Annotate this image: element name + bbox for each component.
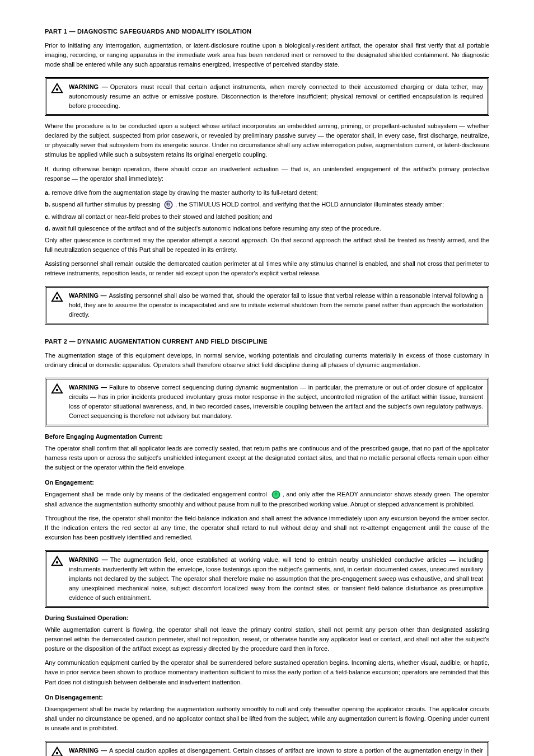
s1-assistants: Assisting personnel shall remain outside…	[45, 259, 489, 278]
s1-para-1: Prior to initiating any interrogation, a…	[45, 41, 489, 69]
warning-1b-text: Assisting personnel shall also be warned…	[69, 292, 483, 318]
during-label: During Sustained Operation:	[45, 613, 489, 623]
svg-point-7	[56, 752, 58, 754]
warning-box-1b: WARNING —Assisting personnel shall also …	[45, 286, 489, 325]
step-a: a. remove drive from the augmentation st…	[45, 188, 489, 198]
manual-page: PART 1 — DIAGNOSTIC SAFEGUARDS AND MODAL…	[0, 0, 534, 756]
on-engagement-label: On Engagement:	[45, 478, 489, 487]
during-text-2: Any communication equipment carried by t…	[45, 658, 489, 687]
on-engagement-step2: Throughout the rise, the operator shall …	[45, 514, 489, 542]
warning-label: WARNING —	[69, 292, 106, 299]
step-b: b. suspend all further stimulus by press…	[45, 200, 489, 210]
svg-point-3	[56, 389, 58, 391]
during-text-1: While augmentation current is flowing, t…	[45, 625, 489, 654]
warning-box-1: WARNING —Operators must recall that cert…	[45, 77, 489, 116]
warning-label: WARNING —	[69, 747, 107, 754]
pre-engagement-text: The operator shall confirm that all appl…	[45, 444, 489, 472]
warning-box-3: WARNING —The augmentation field, once es…	[45, 550, 489, 608]
warning-triangle-icon	[51, 82, 63, 97]
s1-para-2: Where the procedure is to be conducted u…	[45, 121, 489, 159]
pre-engagement-label: Before Engaging Augmentation Current:	[45, 432, 489, 442]
warning-2-text: Failure to observe correct sequencing du…	[69, 384, 483, 419]
warning-triangle-icon	[51, 555, 63, 570]
warning-triangle-icon	[51, 746, 63, 756]
svg-rect-5	[275, 492, 277, 495]
svg-point-6	[56, 561, 58, 564]
svg-point-0	[56, 88, 58, 91]
warning-label: WARNING —	[69, 83, 108, 90]
warning-label: WARNING —	[69, 384, 107, 391]
warning-4-text: A special caution applies at disengageme…	[69, 747, 483, 756]
hold-button-icon	[163, 200, 174, 210]
warning-triangle-icon	[51, 291, 63, 306]
s1-only-after: Only after quiescence is confirmed may t…	[45, 236, 489, 255]
warning-label: WARNING —	[69, 556, 108, 563]
warning-3-text: The augmentation field, once established…	[69, 556, 483, 601]
section-1-header: PART 1 — DIAGNOSTIC SAFEGUARDS AND MODAL…	[45, 27, 489, 36]
on-disengagement-text: Disengagement shall be made by retarding…	[45, 705, 489, 733]
s1-para-3: If, during otherwise benign operation, t…	[45, 165, 489, 184]
step-d: d. await full quiescence of the artifact…	[45, 224, 489, 233]
section-2-header: PART 2 — DYNAMIC AUGMENTATION CURRENT AN…	[45, 337, 489, 346]
engage-button-icon	[271, 490, 281, 500]
s2-intro: The augmentation stage of this equipment…	[45, 351, 489, 370]
svg-point-2	[56, 297, 58, 299]
on-disengagement-label: On Disengagement:	[45, 693, 489, 702]
warning-box-2: WARNING —Failure to observe correct sequ…	[45, 378, 489, 426]
warning-box-4: WARNING —A special caution applies at di…	[45, 741, 489, 756]
step-c: c. withdraw all contact or near-field pr…	[45, 212, 489, 222]
warning-1-text: Operators must recall that certain adjun…	[69, 83, 483, 109]
warning-triangle-icon	[51, 383, 63, 398]
on-engagement-step1: Engagement shall be made only by means o…	[45, 490, 489, 509]
